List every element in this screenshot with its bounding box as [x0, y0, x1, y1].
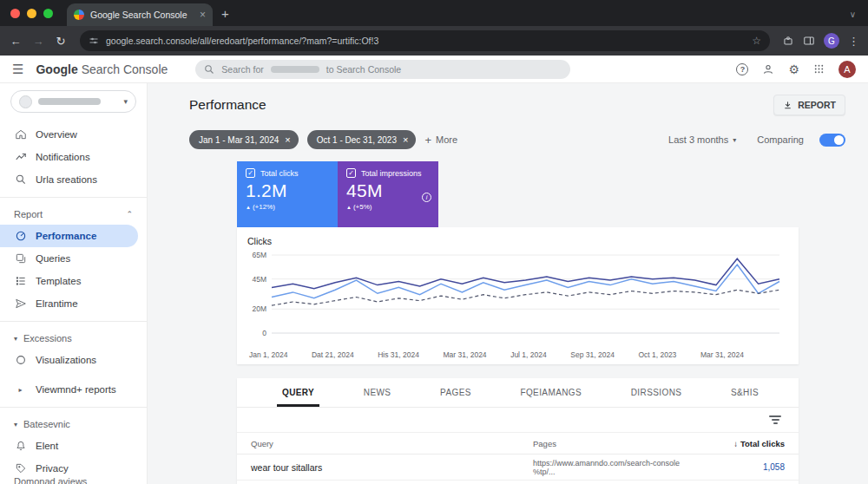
property-selector[interactable]: ▾: [10, 90, 136, 113]
close-window-button[interactable]: [10, 9, 20, 18]
browser-toolbar: ← → ↻ google.search.console/all/eredoart…: [0, 26, 868, 56]
copy-icon: [14, 252, 27, 265]
search-icon: [204, 64, 214, 75]
y-axis-tick: 45M: [252, 275, 266, 284]
sidebar-section-report[interactable]: Report ⌃: [0, 204, 147, 225]
cell-query[interactable]: wear tour sitallars: [251, 462, 533, 473]
tab-shis[interactable]: S&HIS: [726, 378, 764, 407]
up-triangle-icon: ▲: [246, 205, 251, 210]
browser-profile-avatar[interactable]: G: [824, 33, 839, 49]
sidebar-item-label: Urla sreations: [36, 174, 97, 185]
info-icon[interactable]: i: [422, 193, 431, 202]
chip-close-icon[interactable]: ×: [285, 135, 290, 145]
reload-button[interactable]: ↻: [54, 35, 68, 48]
logo-search-console: Search Console: [82, 62, 168, 76]
metric-cards: ✓ Total clicks 1.2M ▲ (+12%) ✓ Total imp…: [237, 161, 799, 227]
date-filter-chip[interactable]: Jan 1 - Mar 31, 2024 ×: [189, 130, 299, 149]
sidebar-divider: [0, 407, 147, 408]
sidebar-item-more-reports[interactable]: ▸ Viewmnd+ reports: [0, 378, 147, 401]
console-search-input[interactable]: Search for to Search Console: [195, 60, 570, 79]
up-triangle-icon: ▲: [346, 205, 352, 210]
tag-icon: [14, 462, 27, 474]
comparing-label: Comparing: [757, 134, 804, 145]
tab-close-icon[interactable]: ×: [200, 9, 206, 21]
metric-delta: (+12%): [253, 203, 275, 211]
app-header: ☰ GoogleSearch Console Search for to Sea…: [0, 56, 868, 83]
minimize-window-button[interactable]: [27, 9, 36, 18]
metric-value: 45M: [346, 180, 430, 201]
sidebar-footer-link[interactable]: Domonad aviews: [14, 476, 87, 484]
browser-menu-icon[interactable]: ⋮: [848, 35, 859, 48]
cell-pages[interactable]: https://www.amanndo.com/search-console %…: [533, 459, 698, 476]
new-tab-button[interactable]: +: [221, 6, 229, 21]
comparing-toggle[interactable]: [819, 134, 845, 147]
add-filter-button[interactable]: + More: [424, 134, 457, 147]
chip-close-icon[interactable]: ×: [403, 135, 408, 145]
sidebar-item-notifications[interactable]: Notifications: [0, 146, 147, 168]
range-label: Last 3 months: [668, 134, 728, 145]
tab-query[interactable]: QUERY: [277, 378, 319, 407]
date-range-selector[interactable]: Last 3 months ▾: [668, 134, 736, 145]
filter-bar: Jan 1 - Mar 31, 2024 × Oct 1 - Dec 31, 2…: [189, 130, 868, 149]
feedback-person-icon[interactable]: [762, 63, 774, 75]
x-axis-label: Jul 1, 2024: [510, 350, 547, 359]
column-pages[interactable]: Pages: [533, 439, 698, 448]
column-total-clicks[interactable]: ↓ Total clicks: [733, 439, 785, 448]
tab-dimensions[interactable]: DIRSSIONS: [626, 378, 687, 407]
list-icon: [14, 275, 27, 287]
sidebar-item-elent[interactable]: Elent: [0, 435, 147, 457]
maximize-window-button[interactable]: [43, 9, 53, 18]
metric-card-clicks[interactable]: ✓ Total clicks 1.2M ▲ (+12%): [237, 161, 338, 227]
filter-funnel-icon[interactable]: [769, 415, 781, 424]
sidebar-item-visualizations[interactable]: Visualizations: [0, 349, 147, 371]
extensions-icon[interactable]: [782, 35, 794, 47]
account-avatar[interactable]: A: [838, 61, 856, 78]
hamburger-menu-icon[interactable]: ☰: [12, 62, 23, 77]
forward-button[interactable]: →: [31, 35, 45, 48]
chart-line-solid: [272, 265, 779, 298]
sidebar-section-batesevnic[interactable]: ▾ Batesevnic: [0, 414, 147, 435]
tab-list-chevron-icon[interactable]: ∨: [850, 10, 856, 19]
column-query[interactable]: Query: [251, 439, 533, 448]
sort-down-icon: ↓: [733, 439, 738, 448]
cell-total-clicks: 1,058: [763, 462, 785, 472]
side-panel-icon[interactable]: [803, 35, 815, 47]
apps-grid-icon[interactable]: [813, 63, 825, 75]
sidebar-item-templates[interactable]: Templates: [0, 270, 147, 292]
chart-line-dashed: [272, 290, 779, 305]
export-report-button[interactable]: REPORT: [773, 95, 845, 115]
sidebar-item-label: Elrantime: [36, 298, 78, 309]
line-chart[interactable]: 65M45M20M0: [237, 243, 799, 347]
url-text: google.search.console/all/eredoart/perfo…: [106, 36, 745, 46]
browser-tab[interactable]: Google Search Console ×: [67, 3, 213, 26]
y-axis-tick: 20M: [252, 304, 266, 313]
tab-pages[interactable]: PAGES: [435, 378, 477, 407]
logo-google: Google: [36, 62, 77, 76]
table-row[interactable]: wear tour sitallars https://www.amanndo.…: [237, 455, 799, 481]
date-filter-chip[interactable]: Oct 1 - Dec 31, 2023 ×: [307, 130, 417, 149]
sidebar-section-excessions[interactable]: ▾ Excessions: [0, 328, 147, 349]
x-axis-label: His 31, 2024: [378, 350, 419, 359]
caret-down-icon: ▾: [733, 136, 736, 144]
metric-card-impressions[interactable]: ✓ Total impressions 45M ▲ (+5%) i: [338, 161, 438, 227]
sidebar-item-url-inspection[interactable]: Urla sreations: [0, 168, 147, 191]
checkbox-checked-icon[interactable]: ✓: [346, 168, 356, 178]
sidebar-item-overview[interactable]: Overview: [0, 123, 147, 146]
x-axis-label: Sep 31, 2024: [570, 350, 615, 359]
address-bar[interactable]: google.search.console/all/eredoart/perfo…: [80, 30, 770, 51]
table-tabs: QUERY NEWS PAGES FQEIAMANGS DIRSSIONS S&…: [237, 378, 799, 408]
tab-performance[interactable]: FQEIAMANGS: [515, 378, 587, 407]
sidebar-item-performance[interactable]: Performance: [0, 225, 138, 247]
help-icon[interactable]: ?: [736, 63, 748, 75]
chevron-down-icon: ▾: [123, 97, 128, 106]
site-info-icon[interactable]: [89, 36, 99, 46]
checkbox-checked-icon[interactable]: ✓: [246, 168, 255, 178]
settings-gear-icon[interactable]: ⚙: [788, 62, 799, 76]
export-report-label: REPORT: [798, 100, 836, 110]
sidebar-item-queries[interactable]: Queries: [0, 247, 147, 270]
sidebar-item-experience[interactable]: Elrantime: [0, 292, 147, 315]
sidebar-divider: [0, 321, 147, 322]
tab-news[interactable]: NEWS: [358, 378, 397, 407]
back-button[interactable]: ←: [9, 35, 23, 48]
bookmark-star-icon[interactable]: ☆: [752, 35, 761, 47]
